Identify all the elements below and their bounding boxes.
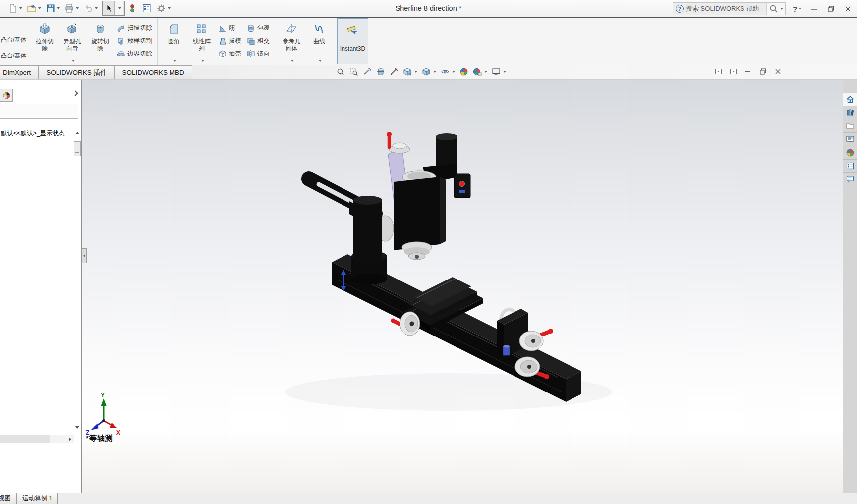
open-button[interactable] [25, 1, 43, 15]
zoom-to-area-button[interactable] [349, 67, 358, 76]
tab-dimxpert[interactable]: DimXpert [0, 65, 39, 79]
taskpane-view-palette-button[interactable] [843, 133, 857, 146]
view-settings-button[interactable] [492, 67, 506, 76]
doc-restore-button[interactable] [759, 68, 767, 77]
wrap-button[interactable]: 包覆 [245, 22, 271, 35]
boss-base-label-2[interactable]: 凸台/基体 [1, 52, 26, 60]
hole-wizard-caret-icon[interactable] [72, 60, 75, 62]
help-caret-icon[interactable] [799, 8, 801, 10]
tab-solidworks-mbd[interactable]: SOLIDWORKS MBD [114, 65, 192, 79]
taskpane-forum-button[interactable] [843, 173, 857, 186]
fillet-caret-icon[interactable] [173, 60, 176, 62]
options-caret-icon[interactable] [168, 7, 171, 9]
search-caret-icon[interactable] [780, 8, 783, 10]
panel-scroll-up-button[interactable] [74, 129, 81, 137]
panel-scroll-right-button[interactable] [66, 435, 74, 443]
curves-caret-icon[interactable] [319, 60, 322, 62]
save-button[interactable] [44, 1, 62, 15]
options-button[interactable] [154, 1, 172, 15]
reference-geometry-caret-icon[interactable] [291, 60, 294, 62]
minimize-button[interactable] [808, 3, 819, 14]
lofted-cut-icon [116, 37, 125, 46]
new-document-icon [8, 3, 18, 13]
quick-access-toolbar [0, 1, 172, 16]
lofted-cut-button[interactable]: 放样切割 [115, 35, 154, 48]
new-document-button[interactable] [6, 1, 24, 15]
properties-button[interactable] [140, 1, 154, 15]
restore-button[interactable] [825, 3, 836, 14]
reference-geometry-button[interactable]: 参考几何体 [278, 19, 305, 64]
shell-button[interactable]: 抽壳 [217, 47, 243, 60]
search-box[interactable]: ? 搜索 SOLIDWORKS 帮助 [673, 2, 786, 15]
dynamic-annotation-views-button[interactable] [390, 67, 399, 76]
boundary-cut-button[interactable]: 边界切除 [115, 47, 154, 60]
open-caret-icon[interactable] [38, 7, 41, 9]
zoom-to-fit-button[interactable] [336, 67, 345, 76]
next-window-button[interactable] [730, 68, 737, 77]
taskpane-design-library-button[interactable] [843, 106, 857, 119]
previous-view-button[interactable] [363, 67, 372, 76]
print-button[interactable] [62, 1, 81, 15]
boss-base-label[interactable]: 凸台/基体 [1, 36, 26, 44]
select-tool-caret[interactable] [114, 1, 123, 15]
close-button[interactable] [842, 3, 853, 14]
doc-close-button[interactable] [774, 68, 782, 77]
taskpane-appearances-button[interactable] [843, 146, 857, 160]
traffic-light-icon [127, 3, 137, 13]
print-caret-icon[interactable] [76, 7, 79, 9]
panel-vertical-scrollbar-thumb[interactable] [74, 141, 81, 156]
display-style-button[interactable] [422, 67, 436, 76]
panel-horizontal-scrollbar[interactable] [0, 435, 74, 443]
hole-wizard-button[interactable]: 异型孔向导 [58, 19, 86, 64]
panel-expand-chevron-icon[interactable] [72, 90, 78, 96]
view-orientation-caret-icon[interactable] [414, 71, 417, 73]
view-orientation-button[interactable] [403, 67, 417, 76]
tab-solidworks-addins[interactable]: SOLIDWORKS 插件 [38, 65, 114, 79]
undo-caret-icon[interactable] [95, 7, 98, 9]
revolved-cut-button[interactable]: 旋转切除 [86, 19, 114, 64]
rib-button[interactable]: 筋 [217, 22, 243, 35]
configuration-manager-tab[interactable] [0, 89, 13, 102]
motion-study-tab[interactable]: 运动算例 1 [17, 493, 58, 504]
search-submit-button[interactable] [766, 3, 785, 15]
apply-scene-caret-icon[interactable] [484, 71, 487, 73]
display-style-caret-icon[interactable] [433, 71, 436, 73]
section-view-button[interactable] [376, 67, 385, 76]
panel-splitter-handle[interactable] [82, 248, 87, 263]
taskpane-file-explorer-button[interactable] [843, 119, 857, 133]
linear-pattern-button[interactable]: 线性阵列 [188, 19, 216, 64]
taskpane-custom-properties-button[interactable] [843, 160, 857, 173]
swept-cut-button[interactable]: 扫描切除 [115, 22, 154, 35]
view-settings-caret-icon[interactable] [503, 71, 506, 73]
graphics-viewport[interactable]: Y Z X *等轴测 [82, 80, 843, 493]
hide-show-items-button[interactable] [441, 67, 455, 76]
panel-horizontal-scrollbar-thumb[interactable] [0, 435, 50, 443]
draft-button[interactable]: 拔模 [217, 35, 243, 48]
feature-tree-filter-box[interactable] [0, 104, 78, 119]
configuration-item[interactable]: 默认<<默认>_显示状态 [1, 129, 72, 138]
save-caret-icon[interactable] [57, 7, 60, 9]
search-input[interactable]: 搜索 SOLIDWORKS 帮助 [686, 4, 766, 13]
select-tool-button[interactable] [102, 1, 125, 16]
hide-show-caret-icon[interactable] [452, 71, 455, 73]
titlebar-right: ? 搜索 SOLIDWORKS 帮助 ? [673, 2, 853, 15]
taskpane-home-button[interactable] [843, 93, 857, 106]
linear-pattern-caret-icon[interactable] [201, 60, 204, 62]
edit-appearance-button[interactable] [459, 67, 468, 76]
help-button[interactable]: ? [792, 3, 802, 14]
extruded-cut-button[interactable]: 拉伸切除 [31, 19, 58, 64]
mirror-button[interactable]: 镜向 [245, 47, 271, 60]
undo-button[interactable] [81, 1, 100, 15]
panel-scroll-down-button[interactable] [74, 424, 81, 431]
rebuild-button[interactable] [125, 1, 139, 15]
apply-scene-button[interactable] [473, 67, 487, 76]
previous-window-button[interactable] [715, 68, 722, 77]
model-view-tab[interactable]: 视图 [0, 493, 17, 504]
curves-button[interactable]: 曲线 [305, 19, 333, 64]
intersect-button[interactable]: 相交 [245, 35, 271, 48]
instant3d-toggle-button[interactable]: Instant3D [337, 18, 368, 64]
fillet-button[interactable]: 圆角 [160, 19, 188, 64]
new-document-caret-icon[interactable] [19, 7, 22, 9]
next-window-icon [730, 68, 737, 75]
doc-minimize-button[interactable] [744, 68, 752, 77]
